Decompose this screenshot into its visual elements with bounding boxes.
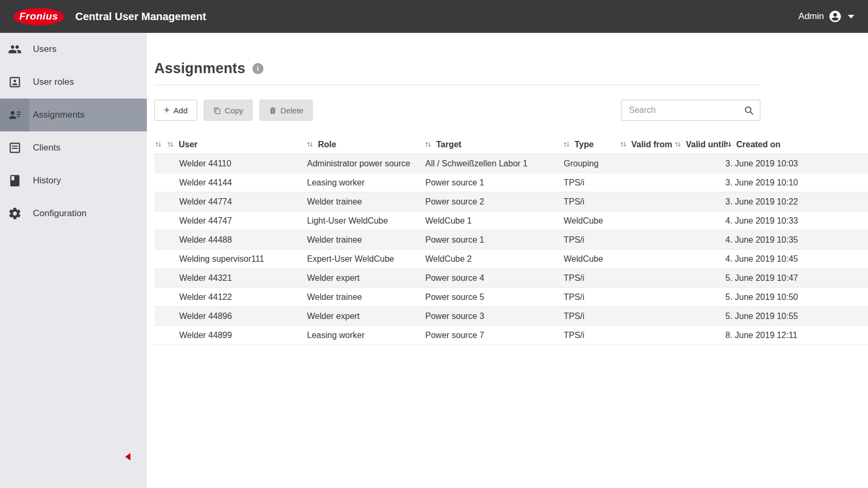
search-input[interactable] [629,105,744,115]
page-title: Assignments [154,60,246,77]
cell-role: Welder expert [306,269,424,288]
cell-created-on: 5. June 2019 10:55 [724,307,868,326]
column-header-role[interactable]: Role [306,136,424,154]
cell-created-on: 3. June 2019 10:03 [724,154,868,173]
cell-type: WeldCube [563,211,619,230]
table-row[interactable]: Welder 44144 Leasing worker Power source… [154,173,868,192]
row-icon-cell-2 [166,269,178,288]
table-row[interactable]: Welder 44321 Welder expert Power source … [154,269,868,288]
row-icon-cell-1 [154,326,166,345]
sidebar-item-configuration[interactable]: Configuration [0,197,147,230]
cell-role: Welder expert [306,307,424,326]
toolbar: + Add Copy Delete [154,100,760,121]
cell-valid-until [674,250,724,269]
row-icon-cell-1 [154,154,166,173]
sidebar-item-history[interactable]: History [0,164,147,197]
user-menu[interactable]: Admin [799,10,854,23]
cell-valid-from [619,211,674,230]
column-header-user[interactable]: User [178,136,306,154]
cell-user: Welder 44321 [178,269,306,288]
cell-user: Welder 44747 [178,211,306,230]
cell-valid-until [674,326,724,345]
cell-role: Welder trainee [306,288,424,307]
app-title: Central User Management [75,11,206,23]
column-label: Role [318,140,336,149]
cell-valid-until [674,307,724,326]
users-icon [0,33,29,66]
copy-button-label: Copy [225,106,243,115]
copy-button[interactable]: Copy [204,100,253,121]
table-row[interactable]: Welder 44774 Welder trainee Power source… [154,192,868,211]
content-area: Assignments i + Add Copy [147,33,868,488]
table-row[interactable]: Welder 44110 Administrator power source … [154,154,868,173]
sort-arrows-icon [167,141,174,148]
column-header-sort-1[interactable] [154,136,166,154]
cell-valid-until [674,230,724,250]
column-header-type[interactable]: Type [563,136,619,154]
column-header-valid-until[interactable]: Valid until [674,136,724,154]
column-header-sort-2[interactable] [166,136,178,154]
cell-user: Welder 44774 [178,192,306,211]
table-row[interactable]: Welder 44122 Welder trainee Power source… [154,288,868,307]
cell-type: TPS/i [563,326,619,345]
logo-text: Fronius [19,11,58,22]
cell-role: Leasing worker [306,173,424,192]
column-header-valid-from[interactable]: Valid from [619,136,674,154]
cell-target: WeldCube 2 [424,250,563,269]
table-row[interactable]: Welder 44899 Leasing worker Power source… [154,326,868,345]
cell-type: TPS/i [563,192,619,211]
column-header-target[interactable]: Target [424,136,563,154]
cell-created-on: 4. June 2019 10:45 [724,250,868,269]
row-icon-cell-1 [154,250,166,269]
sidebar-item-clients[interactable]: Clients [0,131,147,164]
delete-button[interactable]: Delete [259,100,313,121]
column-label: User [179,140,198,149]
table-row[interactable]: Welder 44747 Light-User WeldCube WeldCub… [154,211,868,230]
cell-valid-from [619,269,674,288]
search-icon[interactable] [744,105,754,116]
cell-valid-until [674,154,724,173]
cell-target: Power source 2 [424,192,563,211]
cell-type: TPS/i [563,269,619,288]
cell-created-on: 4. June 2019 10:33 [724,211,868,230]
sidebar-item-label: Assignments [33,110,84,120]
add-button[interactable]: + Add [154,100,197,121]
sort-arrows-icon [620,141,627,148]
sidebar-collapse-icon[interactable] [125,453,130,460]
cell-valid-until [674,211,724,230]
row-icon-cell-2 [166,230,178,250]
column-header-created-on[interactable]: Created on [724,136,868,154]
cell-role: Expert-User WeldCube [306,250,424,269]
cell-user: Welder 44896 [178,307,306,326]
info-icon[interactable]: i [252,63,264,74]
sort-arrows-icon [306,141,313,148]
sidebar-item-users[interactable]: Users [0,33,147,66]
cell-type: Grouping [563,154,619,173]
cell-user: Welder 44122 [178,288,306,307]
page-head: Assignments i [154,60,868,77]
row-icon-cell-2 [166,154,178,173]
configuration-icon [0,197,29,230]
assignments-icon [0,99,29,131]
sidebar-item-label: Clients [33,143,60,153]
cell-valid-from [619,250,674,269]
cell-type: TPS/i [563,288,619,307]
row-icon-cell-1 [154,269,166,288]
table-row[interactable]: Welder 44488 Welder trainee Power source… [154,230,868,250]
cell-valid-until [674,288,724,307]
fronius-logo: Fronius [13,8,64,25]
plus-icon: + [164,105,170,115]
row-icon-cell-2 [166,192,178,211]
cell-target: Power source 1 [424,173,563,192]
cell-valid-from [619,307,674,326]
cell-valid-from [619,288,674,307]
cell-target: Power source 1 [424,230,563,250]
row-icon-cell-2 [166,211,178,230]
cell-user: Welder 44110 [178,154,306,173]
table-row[interactable]: Welder 44896 Welder expert Power source … [154,307,868,326]
table-row[interactable]: Welding supervisor111 Expert-User WeldCu… [154,250,868,269]
sidebar-item-assignments[interactable]: Assignments [0,99,147,131]
row-icon-cell-1 [154,307,166,326]
cell-user: Welder 44899 [178,326,306,345]
sidebar-item-user-roles[interactable]: User roles [0,66,147,99]
